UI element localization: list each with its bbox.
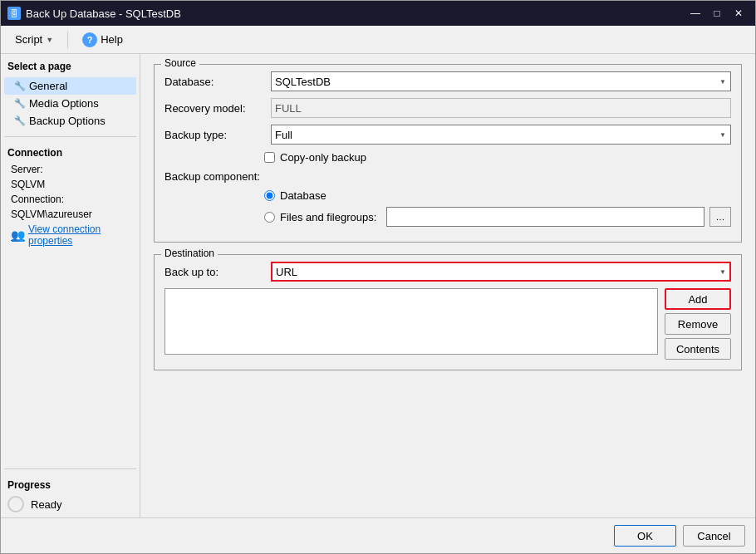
sidebar: Select a page 🔧 General 🔧 Media Options … <box>1 54 140 517</box>
database-label: Database: <box>164 76 264 88</box>
title-bar: 🗄 Back Up Database - SQLTestDB — □ ✕ <box>1 1 755 26</box>
copy-only-row: Copy-only backup <box>264 151 731 164</box>
sidebar-backup-options-label: Backup Options <box>29 115 106 127</box>
help-button[interactable]: ? Help <box>75 29 130 51</box>
minimize-button[interactable]: — <box>685 5 705 22</box>
connection-icon: 👥 <box>11 228 25 242</box>
progress-status: Ready <box>31 498 62 511</box>
title-bar-controls: — □ ✕ <box>685 5 749 22</box>
ok-button[interactable]: OK <box>614 525 676 547</box>
backup-type-dropdown[interactable]: Full Differential Transaction Log <box>271 125 731 145</box>
sidebar-item-general[interactable]: 🔧 General <box>4 77 136 95</box>
backup-type-select-wrapper: Full Differential Transaction Log <box>271 125 731 145</box>
remove-button[interactable]: Remove <box>665 313 731 335</box>
database-row: Database: SQLTestDB <box>164 71 731 91</box>
backup-type-row: Backup type: Full Differential Transacti… <box>164 125 731 145</box>
cancel-button[interactable]: Cancel <box>683 525 745 547</box>
contents-button[interactable]: Contents <box>665 338 731 360</box>
back-up-to-select[interactable]: Disk URL Tape <box>271 262 731 282</box>
dest-listbox[interactable] <box>164 288 658 355</box>
backup-component-row: Backup component: <box>164 170 731 183</box>
sidebar-media-options-label: Media Options <box>29 97 99 110</box>
back-up-to-dropdown[interactable]: Disk URL Tape <box>271 262 731 282</box>
view-connection-label: View connection properties <box>28 223 133 247</box>
server-label: Server: <box>1 162 140 177</box>
close-button[interactable]: ✕ <box>729 5 749 22</box>
database-radio-row: Database <box>264 189 731 202</box>
script-chevron-icon: ▼ <box>46 36 53 44</box>
dest-buttons: Add Remove Contents <box>665 288 731 360</box>
files-radio-row: Files and filegroups: … <box>264 207 731 227</box>
sidebar-connection: Connection Server: SQLVM Connection: SQL… <box>1 142 140 463</box>
progress-content: Ready <box>1 494 140 514</box>
sidebar-general-label: General <box>29 80 67 92</box>
window-title: Back Up Database - SQLTestDB <box>26 7 181 20</box>
title-bar-left: 🗄 Back Up Database - SQLTestDB <box>7 7 181 20</box>
destination-group-title: Destination <box>161 248 218 259</box>
database-radio[interactable] <box>264 190 275 201</box>
database-select[interactable]: SQLTestDB <box>271 71 731 91</box>
form-area: Source Database: SQLTestDB Recovery mod <box>140 54 755 517</box>
progress-title: Progress <box>1 478 140 493</box>
script-button[interactable]: Script ▼ <box>7 30 61 49</box>
connection-label: Connection: <box>1 192 140 207</box>
copy-only-checkbox[interactable] <box>264 152 275 163</box>
backup-component-label: Backup component: <box>164 170 264 183</box>
wrench-icon-2: 🔧 <box>14 98 26 109</box>
destination-group: Destination Back up to: Disk URL Tape <box>154 254 742 370</box>
copy-only-label[interactable]: Copy-only backup <box>280 151 366 164</box>
back-up-to-row: Back up to: Disk URL Tape <box>164 262 731 282</box>
server-value: SQLVM <box>1 177 140 192</box>
recovery-model-field: FULL <box>271 98 731 118</box>
database-radio-label[interactable]: Database <box>280 189 326 202</box>
main-window: 🗄 Back Up Database - SQLTestDB — □ ✕ Scr… <box>0 0 756 554</box>
sidebar-divider-1 <box>4 136 136 137</box>
database-dropdown[interactable]: SQLTestDB <box>271 71 731 91</box>
files-browse-button[interactable]: … <box>709 207 731 227</box>
radio-group: Database Files and filegroups: … <box>264 189 731 227</box>
window-icon: 🗄 <box>7 7 21 20</box>
sidebar-item-backup-options[interactable]: 🔧 Backup Options <box>4 112 136 130</box>
main-content: Select a page 🔧 General 🔧 Media Options … <box>1 54 755 517</box>
back-up-to-label: Back up to: <box>164 266 264 278</box>
files-radio-label[interactable]: Files and filegroups: <box>280 211 376 223</box>
toolbar-separator <box>67 32 68 48</box>
sidebar-select-page: Select a page 🔧 General 🔧 Media Options … <box>1 54 140 131</box>
help-icon: ? <box>82 32 97 47</box>
progress-spinner <box>7 496 24 512</box>
connection-title: Connection <box>1 145 140 160</box>
sidebar-item-media-options[interactable]: 🔧 Media Options <box>4 95 136 112</box>
view-connection-link[interactable]: 👥 View connection properties <box>1 222 140 248</box>
wrench-icon: 🔧 <box>14 81 26 91</box>
maximize-button[interactable]: □ <box>707 5 727 22</box>
connection-value: SQLVM\azureuser <box>1 207 140 222</box>
source-group: Source Database: SQLTestDB Recovery mod <box>154 64 742 243</box>
script-label: Script <box>15 33 42 46</box>
sidebar-title: Select a page <box>4 59 136 74</box>
sidebar-divider-2 <box>4 468 136 469</box>
footer: OK Cancel <box>1 517 755 553</box>
recovery-model-label: Recovery model: <box>164 102 264 115</box>
wrench-icon-3: 🔧 <box>14 115 26 126</box>
source-group-title: Source <box>161 57 199 69</box>
backup-type-select[interactable]: Full Differential Transaction Log <box>271 125 731 145</box>
dest-list-area: Add Remove Contents <box>164 288 731 360</box>
help-label: Help <box>101 33 123 46</box>
add-button[interactable]: Add <box>665 288 731 310</box>
database-select-wrapper: SQLTestDB <box>271 71 731 91</box>
files-radio[interactable] <box>264 212 275 223</box>
files-input[interactable] <box>386 207 704 227</box>
toolbar: Script ▼ ? Help <box>1 26 755 54</box>
recovery-model-row: Recovery model: FULL <box>164 98 731 118</box>
backup-type-label: Backup type: <box>164 129 264 141</box>
recovery-model-value: FULL <box>271 98 731 118</box>
sidebar-progress: Progress Ready <box>1 474 140 517</box>
